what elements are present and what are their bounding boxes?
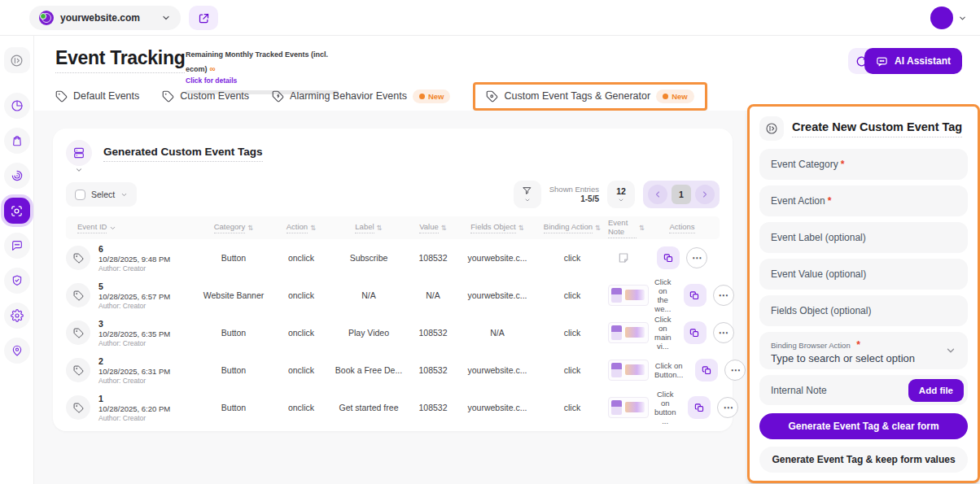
cell-value: 108532	[408, 328, 458, 338]
panel-fields: Event Category * Event Action * Event La…	[759, 149, 968, 326]
more-actions-button[interactable]: ⋯	[724, 360, 746, 381]
location-pin-icon	[11, 344, 24, 357]
copy-icon	[689, 290, 700, 301]
binding-browser-action-select[interactable]: Binding Browser Action * Type to search …	[759, 332, 968, 369]
note-thumbnail[interactable]	[608, 360, 649, 381]
sidebar-item-privacy[interactable]	[4, 268, 30, 294]
cell-category: Button	[195, 253, 273, 263]
form-field[interactable]: Fields Object (optional)	[759, 295, 968, 326]
column-header-event-note[interactable]: Event Note	[608, 218, 645, 238]
chevron-down-icon	[161, 13, 171, 23]
column-header-label[interactable]: Label	[330, 222, 408, 233]
table-collapse-toggle[interactable]	[66, 140, 92, 174]
note-text: Click on button ...	[654, 390, 676, 425]
more-actions-button[interactable]: ⋯	[686, 247, 707, 268]
open-website-button[interactable]	[189, 6, 218, 30]
required-marker: *	[841, 159, 845, 170]
ai-assistant-button[interactable]: AI Assistant	[864, 48, 962, 74]
column-header-binding-action[interactable]: Binding Action	[536, 222, 608, 233]
avatar	[930, 7, 953, 29]
form-field[interactable]: Event Value (optional)	[759, 259, 968, 290]
arrow-right-icon	[700, 190, 710, 199]
new-badge: New	[656, 89, 694, 103]
sidebar-item-sessions[interactable]	[4, 163, 30, 189]
domain-selector[interactable]: yourwebsite.com	[29, 6, 181, 30]
tab-bar: Default Events Custom Events Alarming Be…	[55, 81, 707, 111]
table-row[interactable]: 3 10/28/2025, 6:35 PM Author: Creator Bu…	[66, 314, 720, 351]
tab-alarming-behavior-events[interactable]: Alarming Behavior Events New	[272, 89, 450, 103]
column-header-event-id[interactable]: Event ID	[66, 222, 195, 233]
current-page[interactable]: 1	[672, 185, 691, 204]
add-file-button[interactable]: Add file	[908, 379, 964, 402]
select-all-checkbox[interactable]	[75, 190, 85, 200]
infinity-icon: ∞	[210, 64, 216, 73]
next-page-button[interactable]	[695, 185, 715, 204]
note-thumbnail[interactable]	[608, 285, 649, 306]
site-favicon-icon	[39, 11, 54, 25]
page-size-selector[interactable]: 12	[607, 181, 635, 208]
internal-note-field[interactable]: Internal Note Add file	[759, 375, 968, 406]
copy-tag-button[interactable]	[688, 396, 711, 419]
cell-binding-action: click	[536, 403, 608, 412]
user-menu[interactable]	[930, 7, 967, 29]
page-size-value: 12	[616, 186, 626, 196]
column-header-fields-object[interactable]: Fields Object	[458, 222, 536, 233]
page-header: Event Tracking Remaining Monthly Tracked…	[34, 36, 980, 111]
copy-tag-button[interactable]	[657, 246, 680, 269]
chevron-down-icon	[109, 225, 116, 232]
copy-tag-button[interactable]	[684, 321, 707, 344]
copy-icon	[694, 403, 705, 413]
event-author: Author: Creator	[98, 339, 170, 347]
event-date: 10/28/2025, 6:57 PM	[98, 292, 170, 301]
table-row[interactable]: 1 10/28/2025, 6:20 PM Author: Creator Bu…	[66, 389, 720, 426]
cell-label: Subscribe	[330, 253, 408, 263]
sidebar-item-event-tracking[interactable]	[4, 198, 30, 224]
tab-label: Custom Event Tags & Generator	[504, 90, 650, 102]
tab-custom-events[interactable]: Custom Events	[162, 90, 249, 102]
tab-custom-event-tags-generator[interactable]: Custom Event Tags & Generator New	[473, 82, 707, 111]
form-field-label: Event Category	[771, 159, 838, 170]
cell-label: Get started free	[330, 403, 408, 412]
row-tag-icon	[66, 283, 90, 307]
generate-clear-button[interactable]: Generate Event Tag & clear form	[759, 413, 968, 439]
form-field[interactable]: Event Label (optional)	[759, 222, 968, 253]
column-header-value[interactable]: Value	[408, 222, 458, 233]
form-field[interactable]: Event Category *	[759, 149, 968, 180]
note-thumbnail[interactable]	[608, 397, 649, 418]
generate-keep-button[interactable]: Generate Event Tag & keep form values	[759, 447, 968, 473]
sidebar-collapse-button[interactable]	[4, 47, 30, 73]
note-thumbnail[interactable]	[608, 322, 649, 343]
panel-collapse-button[interactable]	[759, 116, 784, 141]
badge-dot-icon	[663, 94, 668, 99]
sidebar-item-feedback[interactable]	[4, 233, 30, 259]
event-author: Author: Creator	[98, 377, 170, 385]
sidebar-nav	[0, 36, 34, 484]
sidebar-item-settings[interactable]	[4, 303, 30, 329]
tab-default-events[interactable]: Default Events	[55, 90, 139, 102]
event-date: 10/28/2025, 6:35 PM	[98, 329, 170, 338]
chevron-down-icon	[524, 197, 531, 203]
sidebar-item-ecommerce[interactable]	[4, 128, 30, 154]
external-link-icon	[198, 12, 210, 24]
copy-tag-button[interactable]	[695, 359, 718, 382]
table-row[interactable]: 2 10/28/2025, 6:31 PM Author: Creator Bu…	[66, 351, 720, 389]
sidebar-item-geo[interactable]	[4, 338, 30, 364]
arrow-left-icon	[653, 190, 663, 199]
more-actions-button[interactable]: ⋯	[713, 285, 734, 306]
table-row[interactable]: 6 10/28/2025, 9:48 PM Author: Creator Bu…	[66, 239, 720, 277]
event-date: 10/28/2025, 6:20 PM	[98, 404, 170, 413]
form-field[interactable]: Event Action *	[759, 185, 968, 216]
column-header-category[interactable]: Category	[195, 222, 273, 233]
more-actions-button[interactable]: ⋯	[713, 322, 734, 343]
copy-tag-button[interactable]	[684, 284, 707, 307]
more-actions-button[interactable]: ⋯	[717, 397, 738, 418]
prev-page-button[interactable]	[648, 185, 667, 204]
cell-binding-action: click	[536, 253, 608, 263]
filter-button[interactable]	[514, 181, 541, 208]
sidebar-item-analytics[interactable]	[4, 93, 30, 119]
new-badge: New	[413, 89, 451, 103]
column-header-action[interactable]: Action	[273, 222, 330, 233]
table-row[interactable]: 5 10/28/2025, 6:57 PM Author: Creator We…	[66, 277, 720, 314]
select-rows-button[interactable]: Select	[66, 182, 137, 207]
cell-value: 108532	[408, 403, 458, 412]
